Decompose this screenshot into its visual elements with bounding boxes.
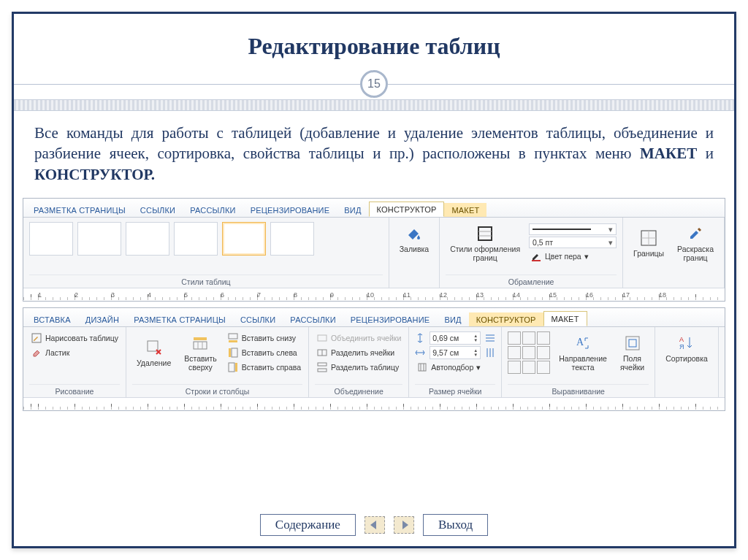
split-table-button[interactable]: Разделить таблицу — [315, 361, 402, 374]
svg-rect-0 — [478, 227, 492, 240]
group-label-table-styles: Стили таблиц — [29, 275, 383, 286]
table-style-option-selected[interactable] — [222, 222, 266, 256]
distribute-cols-icon[interactable] — [485, 348, 495, 358]
tab-constructor[interactable]: КОНСТРУКТОР — [469, 312, 543, 326]
divider — [14, 84, 360, 85]
svg-rect-19 — [626, 337, 639, 350]
tab-mailings[interactable]: РАССЫЛКИ — [283, 312, 343, 326]
insert-left-button[interactable]: Вставить слева — [226, 346, 302, 359]
split-table-icon — [316, 361, 328, 373]
svg-rect-11 — [229, 363, 234, 372]
decorative-stripe — [14, 99, 734, 111]
pen-color-icon — [530, 250, 542, 262]
split-cells-icon — [316, 347, 328, 358]
group-label-framing: Обрамление — [446, 275, 617, 286]
table-style-option[interactable] — [29, 222, 73, 256]
group-label-drawing: Рисование — [29, 384, 120, 396]
eraser-icon — [31, 347, 42, 358]
exit-button[interactable]: Выход — [423, 514, 488, 536]
insert-right-button[interactable]: Вставить справа — [226, 361, 302, 374]
tab-constructor[interactable]: КОНСТРУКТОР — [369, 202, 445, 217]
border-styles-button[interactable]: Стили оформления границ — [446, 222, 524, 264]
sort-button[interactable]: АЯ Сортировка — [661, 331, 712, 365]
svg-rect-7 — [229, 334, 237, 339]
cell-margins-button[interactable]: Поля ячейки — [616, 331, 649, 373]
svg-rect-16 — [318, 369, 327, 372]
autofit-button[interactable]: Автоподбор ▾ — [415, 361, 495, 374]
svg-rect-13 — [318, 335, 327, 341]
insert-row-above-icon — [190, 333, 210, 353]
tab-mailings[interactable]: РАССЫЛКИ — [183, 203, 243, 217]
eraser-button[interactable]: Ластик — [29, 346, 120, 359]
svg-text:A: A — [576, 337, 584, 348]
tab-references[interactable]: ССЫЛКИ — [233, 312, 283, 326]
svg-rect-15 — [318, 363, 327, 366]
row-height-spinner[interactable]: 0,69 см▲▼ — [430, 331, 481, 345]
tab-view[interactable]: ВИД — [437, 312, 468, 326]
slide-number-badge: 15 — [360, 70, 388, 98]
delete-table-icon — [144, 337, 164, 358]
svg-rect-1 — [532, 260, 541, 261]
horizontal-ruler: 123456789101112131415161718 — [23, 288, 725, 301]
text-direction-button[interactable]: A Направление текста — [554, 331, 611, 373]
svg-rect-10 — [229, 348, 231, 357]
pencil-table-icon — [31, 332, 42, 344]
divider — [388, 84, 734, 85]
svg-rect-5 — [194, 342, 207, 349]
tab-page-layout[interactable]: РАЗМЕТКА СТРАНИЦЫ — [26, 203, 133, 217]
merge-cells-button[interactable]: Объединить ячейки — [315, 331, 402, 345]
border-style-dropdown[interactable]: ▾ — [529, 223, 617, 235]
borders-button[interactable]: Границы — [629, 226, 668, 260]
distribute-rows-icon[interactable] — [485, 333, 495, 343]
insert-above-button[interactable]: Вставить сверху — [180, 331, 221, 373]
row-height-icon — [415, 333, 425, 343]
border-painter-button[interactable]: Раскраска границ — [673, 222, 718, 264]
tab-design[interactable]: ДИЗАЙН — [78, 312, 126, 326]
ribbon-constructor-screenshot: РАЗМЕТКА СТРАНИЦЫ ССЫЛКИ РАССЫЛКИ РЕЦЕНЗ… — [23, 198, 725, 302]
tab-review[interactable]: РЕЦЕНЗИРОВАНИЕ — [343, 312, 438, 326]
group-label-alignment: Выравнивание — [508, 384, 649, 396]
svg-rect-9 — [232, 348, 237, 357]
border-weight-dropdown[interactable]: 0,5 пт▾ — [529, 237, 617, 248]
tab-page-layout[interactable]: РАЗМЕТКА СТРАНИЦЫ — [126, 312, 233, 326]
table-style-option[interactable] — [174, 222, 218, 256]
svg-rect-20 — [629, 340, 636, 347]
svg-text:Я: Я — [679, 343, 684, 350]
table-styles-gallery[interactable] — [29, 222, 383, 256]
table-style-option[interactable] — [270, 222, 314, 256]
contents-button[interactable]: Содержание — [260, 514, 356, 536]
text-direction-icon: A — [573, 333, 593, 353]
col-width-spinner[interactable]: 9,57 см▲▼ — [430, 346, 481, 359]
shading-button[interactable]: Заливка — [395, 222, 433, 256]
table-style-option[interactable] — [126, 222, 169, 256]
cell-margins-icon — [622, 333, 643, 353]
paint-brush-icon — [685, 223, 706, 244]
svg-rect-8 — [229, 340, 237, 342]
insert-below-button[interactable]: Вставить снизу — [226, 331, 302, 345]
tab-layout[interactable]: МАКЕТ — [543, 311, 587, 326]
ribbon-tabs: ВСТАВКА ДИЗАЙН РАЗМЕТКА СТРАНИЦЫ ССЫЛКИ … — [23, 308, 725, 327]
pen-color-button[interactable]: Цвет пера ▾ — [529, 250, 617, 263]
insert-col-left-icon — [227, 347, 239, 358]
group-label-rowscols: Строки и столбцы — [132, 384, 302, 396]
tab-layout[interactable]: МАКЕТ — [444, 203, 486, 217]
svg-rect-6 — [194, 337, 207, 340]
delete-button[interactable]: Удаление — [132, 336, 175, 369]
prev-slide-button[interactable] — [365, 516, 385, 534]
tab-view[interactable]: ВИД — [337, 203, 368, 217]
alignment-grid[interactable] — [508, 331, 550, 374]
tab-review[interactable]: РЕЦЕНЗИРОВАНИЕ — [243, 203, 337, 217]
paint-bucket-icon — [404, 223, 424, 244]
table-style-option[interactable] — [77, 222, 121, 256]
tab-insert[interactable]: ВСТАВКА — [26, 312, 78, 326]
split-cells-button[interactable]: Разделить ячейки — [315, 346, 402, 359]
insert-row-below-icon — [227, 332, 239, 344]
insert-col-right-icon — [227, 361, 239, 373]
horizontal-ruler — [23, 397, 725, 410]
col-width-icon — [415, 348, 425, 358]
tab-references[interactable]: ССЫЛКИ — [133, 203, 183, 217]
sort-icon: АЯ — [676, 333, 697, 353]
svg-rect-12 — [235, 363, 237, 372]
draw-table-button[interactable]: Нарисовать таблицу — [29, 331, 120, 345]
next-slide-button[interactable] — [394, 516, 414, 534]
